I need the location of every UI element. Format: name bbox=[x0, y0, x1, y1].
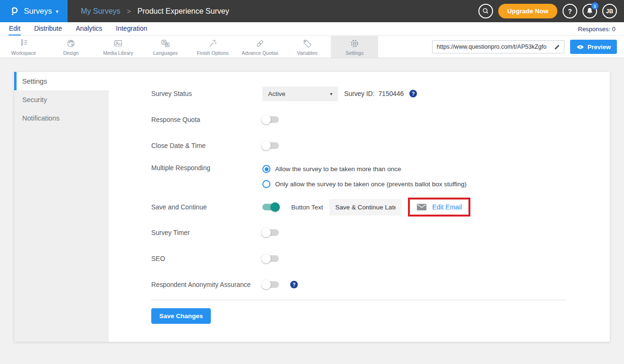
product-switcher[interactable]: Surveys ▾ bbox=[0, 0, 68, 22]
survey-id-value: 7150446 bbox=[378, 90, 404, 97]
respondent-anonymity-toggle[interactable] bbox=[262, 281, 279, 288]
chevron-down-icon: ▾ bbox=[330, 91, 332, 96]
multiple-responding-label: Multiple Responding bbox=[151, 164, 262, 172]
top-bar: Surveys ▾ My Surveys > Product Experienc… bbox=[0, 0, 624, 22]
edit-email-label: Edit Email bbox=[432, 203, 462, 211]
save-and-continue-toggle[interactable] bbox=[262, 204, 279, 210]
save-and-continue-row: Save and Continue Button Text Edit Email bbox=[151, 196, 581, 218]
breadcrumb-separator: > bbox=[127, 8, 131, 15]
multiple-responding-row: Multiple Responding Allow the survey to … bbox=[151, 164, 581, 189]
section-tabs: EditDistributeAnalyticsIntegration Respo… bbox=[0, 22, 624, 36]
eye-icon bbox=[576, 44, 584, 50]
tab-integration[interactable]: Integration bbox=[115, 22, 147, 35]
survey-id: Survey ID: 7150446 bbox=[344, 90, 404, 97]
tab-edit[interactable]: Edit bbox=[9, 22, 21, 35]
survey-id-help-icon[interactable]: ? bbox=[409, 90, 417, 97]
toolbar-item-design[interactable]: Design bbox=[47, 36, 95, 58]
media-library-icon bbox=[113, 38, 123, 49]
seo-row: SEO bbox=[151, 251, 581, 266]
breadcrumb-current-survey: Product Experience Survey bbox=[138, 7, 229, 16]
breadcrumb: My Surveys > Product Experience Survey bbox=[81, 7, 229, 16]
product-switcher-label: Surveys bbox=[24, 7, 52, 16]
chevron-down-icon: ▾ bbox=[56, 9, 59, 15]
respondent-anonymity-help-icon[interactable]: ? bbox=[290, 281, 298, 288]
workspace-icon bbox=[18, 38, 29, 49]
design-icon bbox=[66, 38, 76, 49]
button-text-input[interactable] bbox=[329, 199, 401, 216]
toolbar-item-settings[interactable]: Settings bbox=[331, 36, 378, 58]
seo-label: SEO bbox=[151, 255, 262, 262]
survey-status-row: Survey Status Active ▾ Survey ID: 715044… bbox=[151, 86, 581, 101]
response-quota-row: Response Quota bbox=[151, 112, 581, 127]
settings-form: Survey Status Active ▾ Survey ID: 715044… bbox=[109, 72, 610, 342]
envelope-icon bbox=[416, 203, 427, 211]
sidebar-item-security[interactable]: Security bbox=[14, 90, 109, 109]
tab-distribute[interactable]: Distribute bbox=[34, 22, 62, 35]
responses-count: Responses: 0 bbox=[578, 26, 624, 33]
sidebar-item-settings[interactable]: Settings bbox=[14, 72, 109, 90]
survey-status-value: Active bbox=[268, 90, 286, 97]
notifications-button[interactable]: 1 bbox=[582, 4, 597, 18]
settings-sidebar: SettingsSecurityNotifications bbox=[14, 72, 109, 342]
questionpro-logo-icon bbox=[9, 6, 20, 17]
edit-url-icon[interactable] bbox=[554, 43, 561, 51]
avatar-initials: JB bbox=[606, 8, 613, 15]
close-date-label: Close Date & Time bbox=[151, 142, 262, 149]
multiple-responding-option-1[interactable]: Allow the survey to be taken more than o… bbox=[262, 165, 467, 173]
toolbar-item-advance-quotas[interactable]: Advance Quotas bbox=[236, 36, 284, 58]
preview-button[interactable]: Preview bbox=[570, 40, 617, 54]
preview-label: Preview bbox=[588, 43, 611, 51]
sidebar-item-notifications[interactable]: Notifications bbox=[14, 109, 109, 127]
close-date-toggle[interactable] bbox=[262, 142, 279, 149]
edit-email-link[interactable]: Edit Email bbox=[416, 203, 462, 211]
save-changes-button[interactable]: Save Changes bbox=[151, 308, 211, 324]
survey-status-label: Survey Status bbox=[151, 90, 262, 97]
variables-icon bbox=[302, 38, 312, 49]
response-quota-toggle[interactable] bbox=[262, 116, 279, 123]
response-quota-label: Response Quota bbox=[151, 116, 262, 123]
close-date-row: Close Date & Time bbox=[151, 138, 581, 153]
survey-timer-toggle[interactable] bbox=[262, 229, 279, 236]
toolbar-item-workspace[interactable]: Workspace bbox=[0, 36, 47, 58]
respondent-anonymity-row: Respondent Anonymity Assurance ? bbox=[151, 277, 581, 292]
finish-options-icon bbox=[208, 38, 218, 49]
toolbar-item-media-library[interactable]: Media Library bbox=[95, 36, 142, 58]
survey-url-wrap bbox=[432, 40, 564, 53]
help-button[interactable]: ? bbox=[563, 4, 577, 18]
survey-id-label: Survey ID: bbox=[344, 90, 374, 97]
save-and-continue-label: Save and Continue bbox=[151, 204, 262, 211]
breadcrumb-my-surveys[interactable]: My Surveys bbox=[81, 7, 121, 16]
languages-icon bbox=[160, 38, 171, 49]
survey-status-dropdown[interactable]: Active ▾ bbox=[262, 87, 338, 101]
survey-url-input[interactable] bbox=[432, 40, 564, 53]
radio-option-label: Allow the survey to be taken more than o… bbox=[275, 165, 401, 173]
edit-toolbar: WorkspaceDesignMedia LibraryLanguagesFin… bbox=[0, 36, 624, 58]
radio-selected-icon[interactable] bbox=[262, 165, 270, 173]
respondent-anonymity-label: Respondent Anonymity Assurance bbox=[151, 281, 262, 288]
form-divider bbox=[151, 300, 566, 300]
toolbar-item-variables[interactable]: Variables bbox=[284, 36, 331, 58]
search-button[interactable] bbox=[478, 4, 493, 18]
advance-quotas-icon bbox=[255, 38, 265, 49]
question-mark-icon: ? bbox=[568, 8, 572, 15]
toolbar-item-languages[interactable]: Languages bbox=[142, 36, 189, 58]
page-content: SettingsSecurityNotifications Survey Sta… bbox=[0, 58, 624, 342]
survey-timer-label: Survey Timer bbox=[151, 229, 262, 236]
upgrade-now-button[interactable]: Upgrade Now bbox=[498, 4, 557, 18]
search-icon bbox=[481, 7, 490, 16]
edit-email-highlight: Edit Email bbox=[408, 198, 470, 217]
tab-analytics[interactable]: Analytics bbox=[75, 22, 103, 35]
settings-icon bbox=[349, 38, 360, 49]
survey-timer-row: Survey Timer bbox=[151, 225, 581, 240]
multiple-responding-option-2[interactable]: Only allow the survey to be taken once (… bbox=[262, 180, 467, 188]
toolbar-item-finish-options[interactable]: Finish Options bbox=[189, 36, 236, 58]
settings-card: SettingsSecurityNotifications Survey Sta… bbox=[14, 72, 610, 342]
seo-toggle[interactable] bbox=[262, 255, 279, 262]
notification-badge: 1 bbox=[591, 2, 598, 9]
avatar[interactable]: JB bbox=[602, 4, 617, 18]
button-text-label: Button Text bbox=[291, 204, 323, 211]
radio-option-label: Only allow the survey to be taken once (… bbox=[275, 181, 467, 188]
topbar-actions: Upgrade Now ? 1 JB bbox=[478, 4, 624, 18]
radio-unselected-icon[interactable] bbox=[262, 180, 270, 188]
